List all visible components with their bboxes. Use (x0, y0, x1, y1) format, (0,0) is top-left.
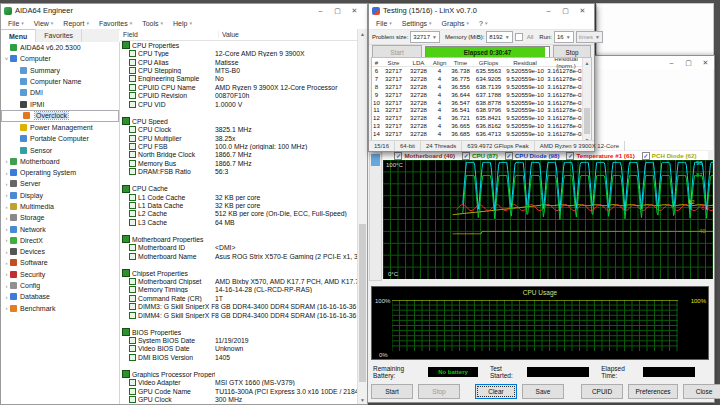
all-checkbox[interactable] (515, 33, 523, 41)
sidebar-item-motherboard[interactable]: ›Motherboard (1, 156, 119, 167)
minimize-icon[interactable]: – (312, 5, 329, 17)
sidebar-item-network[interactable]: ›Network (1, 223, 119, 234)
column-header[interactable]: Size (381, 59, 406, 66)
field-row[interactable]: DRAM:FSB Ratio56:3 (120, 168, 358, 176)
field-row[interactable]: L2 Cache512 KB per core (On-Die, ECC, Fu… (120, 210, 358, 218)
table-row[interactable]: 83271732728436.556638.71399.520559e-103.… (372, 83, 591, 91)
minimize-icon[interactable]: – (663, 57, 680, 69)
run-select[interactable]: 16▼ (554, 31, 574, 43)
sidebar-item-portable-computer[interactable]: Portable Computer (1, 133, 119, 144)
field-row[interactable]: DIMM3: G Skill SniperX F4-3400C16-8GSXW8… (120, 303, 358, 311)
linx-menu-?[interactable]: ?▾ (474, 20, 492, 27)
field-row[interactable]: CPU Speed (120, 117, 358, 125)
field-row[interactable]: Video AdapterMSI GTX 1660 (MS-V379) (120, 379, 358, 387)
sidebar-item-directx[interactable]: ›DirectX (1, 235, 119, 246)
close-icon[interactable]: ✕ (697, 57, 714, 69)
sidebar-item-software[interactable]: ›Software (1, 257, 119, 268)
sidebar-item-ipmi[interactable]: IPMI (1, 98, 119, 109)
checkbox-checked-icon[interactable]: ✓ (505, 152, 513, 160)
maximize-icon[interactable]: ▢ (680, 57, 697, 69)
field-row[interactable]: CPUID Revision00870F10h (120, 92, 358, 100)
scrollbar-thumb[interactable] (584, 108, 590, 134)
checkbox-checked-icon[interactable]: ✓ (462, 152, 470, 160)
scroll-up-icon[interactable]: ▲ (358, 29, 367, 38)
scrollbar-thumb[interactable] (359, 224, 366, 382)
scroll-down-icon[interactable]: ▼ (358, 395, 367, 404)
linx-menu-settings[interactable]: Settings▾ (397, 20, 437, 27)
column-header[interactable]: Time (448, 59, 473, 66)
field-row[interactable]: Memory Bus1866.7 MHz (120, 159, 358, 167)
sidebar-item-display[interactable]: ›Display (1, 190, 119, 201)
table-row[interactable]: 123271732728436.721635.84219.520559e-103… (372, 114, 591, 122)
scrollbar-thumb[interactable] (371, 154, 380, 166)
times-select[interactable]: times▼ (576, 31, 603, 43)
field-row[interactable]: CPU Multiplier38.25x (120, 134, 358, 142)
field-row[interactable]: Motherboard NameAsus ROG Strix X570-E Ga… (120, 252, 358, 260)
table-row[interactable]: 73271732728436.775634.92059.520559e-103.… (372, 75, 591, 83)
tree-expand-icon[interactable]: › (3, 294, 10, 300)
field-row[interactable]: CPU SteppingMTS-B0 (120, 66, 358, 74)
aida-menu-view[interactable]: View▾ (29, 20, 59, 27)
tab-favorites[interactable]: Favorites (36, 29, 82, 42)
aida-menu-help[interactable]: Help▾ (168, 20, 197, 27)
field-row[interactable]: Motherboard Properties (120, 235, 358, 243)
field-row[interactable]: CPUID CPU NameAMD Ryzen 9 3900X 12-Core … (120, 83, 358, 91)
field-row[interactable]: CPU FSB100.0 MHz (original: 100 MHz) (120, 142, 358, 150)
field-row[interactable]: CPU VID1.0000 V (120, 100, 358, 108)
sidebar-item-server[interactable]: ›Server (1, 178, 119, 189)
sidebar-item-config[interactable]: ›Config (1, 280, 119, 291)
table-row[interactable]: 143271732728436.685636.47139.520559e-103… (372, 129, 591, 137)
start-button[interactable]: Start (371, 384, 413, 399)
linx-menu-file[interactable]: File▾ (371, 20, 397, 27)
field-row[interactable]: DMI BIOS Version1405 (120, 353, 358, 361)
aida-scrollbar[interactable]: ▲ ▼ (357, 29, 367, 404)
field-row[interactable]: GPU Clock300 MHz (120, 395, 358, 403)
aida-titlebar[interactable]: AIDA64 Engineer – ▢ ✕ (1, 4, 367, 17)
sidebar-item-computer-name[interactable]: Computer Name (1, 76, 119, 87)
field-row[interactable]: Command Rate (CR)1T (120, 294, 358, 302)
maximize-icon[interactable]: ▢ (329, 5, 346, 17)
tree-expand-icon[interactable]: › (3, 226, 10, 232)
field-row[interactable]: CPU Clock3825.1 MHz (120, 125, 358, 133)
value-column-header[interactable]: Value (219, 31, 358, 38)
sidebar-item-benchmark[interactable]: ›Benchmark (1, 303, 119, 314)
table-row[interactable]: 133271732728436.665636.81629.520559e-103… (372, 122, 591, 130)
tree-expand-icon[interactable]: › (3, 170, 10, 176)
tree-expand-icon[interactable]: › (3, 181, 10, 187)
sidebar-item-summary[interactable]: Summary (1, 65, 119, 76)
sidebar-item-aida64-v6-20-5300[interactable]: AIDA64 v6.20.5300 (1, 42, 119, 53)
tab-menu[interactable]: Menu (1, 29, 36, 42)
maximize-icon[interactable]: ▢ (557, 5, 574, 17)
table-scrollbar[interactable]: ▲ ▼ (582, 58, 591, 144)
field-row[interactable]: Motherboard ID<DMI> (120, 244, 358, 252)
scroll-up-icon[interactable]: ▲ (583, 58, 591, 67)
close-icon[interactable]: ✕ (346, 5, 363, 17)
close-button[interactable]: Close (683, 384, 720, 399)
sidebar-item-sensor[interactable]: Sensor (1, 144, 119, 155)
tree-expand-icon[interactable]: › (3, 305, 10, 311)
tree-expand-icon[interactable]: › (3, 192, 10, 198)
cpuid-button[interactable]: CPUID (581, 384, 623, 399)
field-row[interactable]: CPU Type12-Core AMD Ryzen 9 3900X (120, 49, 358, 57)
checkbox-checked-icon[interactable]: ✓ (394, 152, 402, 160)
sidebar-item-dmi[interactable]: DMI (1, 87, 119, 98)
column-header[interactable]: Residual (504, 59, 546, 66)
tree-expand-icon[interactable]: ˅ (3, 56, 10, 62)
sst-sensor-scrollbar[interactable] (369, 151, 382, 281)
field-row[interactable]: System BIOS Date11/19/2019 (120, 336, 358, 344)
sidebar-item-security[interactable]: ›Security (1, 269, 119, 280)
sidebar-item-computer[interactable]: ˅Computer (1, 53, 119, 64)
sidebar-item-storage[interactable]: ›Storage (1, 212, 119, 223)
tree-expand-icon[interactable]: › (3, 158, 10, 164)
field-row[interactable]: Memory Timings14-16-14-28 (CL-RCD-RP-RAS… (120, 286, 358, 294)
aida-menu-favorites[interactable]: Favorites▾ (94, 20, 137, 27)
column-header[interactable]: Align (431, 59, 448, 66)
sidebar-item-operating-system[interactable]: ›Operating System (1, 167, 119, 178)
tree-expand-icon[interactable]: › (3, 215, 10, 221)
field-row[interactable]: CPU AliasMatisse (120, 58, 358, 66)
tree-expand-icon[interactable]: › (3, 260, 10, 266)
aida-menu-file[interactable]: File▾ (3, 20, 29, 27)
minimize-icon[interactable]: – (540, 5, 557, 17)
clear-button[interactable]: Clear (475, 384, 517, 399)
preferences-button[interactable]: Preferences (628, 384, 678, 399)
